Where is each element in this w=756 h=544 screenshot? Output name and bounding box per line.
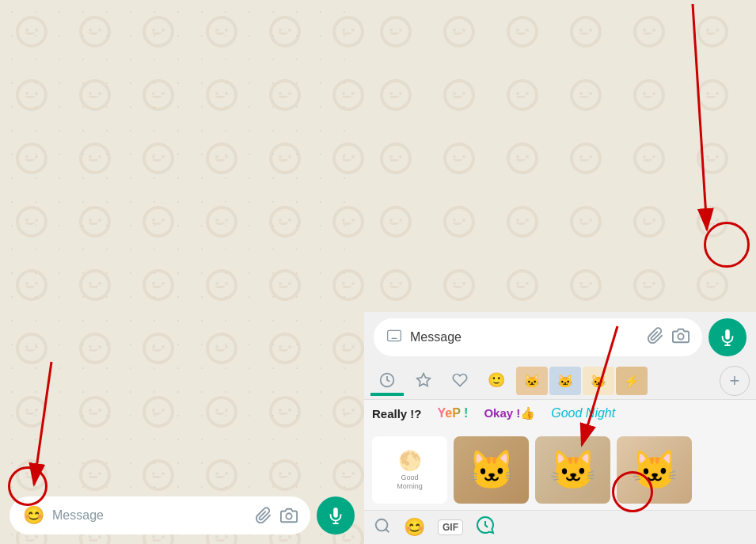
left-camera-button[interactable]: [280, 507, 298, 524]
left-message-input-container[interactable]: 😊 Message: [9, 496, 310, 534]
svg-point-10: [678, 333, 683, 339]
cat-sticker-2[interactable]: 🐱: [535, 436, 610, 504]
svg-point-2: [286, 513, 291, 519]
add-sticker-pack-button[interactable]: +: [720, 366, 750, 396]
emoji-bottom-button[interactable]: 😊: [404, 517, 425, 538]
sticker-tab-3[interactable]: 🐱: [583, 367, 614, 395]
text-stickers-row: Really !? YeP ! Okay !👍 Good Night: [364, 400, 756, 433]
good-morning-text: GoodMorning: [397, 474, 423, 491]
left-message-placeholder: Message: [52, 508, 247, 523]
left-chat-panel: 😊 Message: [0, 0, 364, 544]
sticker-tab-4[interactable]: ⚡: [616, 367, 648, 395]
circle-sticker-annotation: [612, 471, 653, 512]
svg-rect-9: [388, 330, 401, 340]
tab-starred[interactable]: [407, 366, 440, 396]
right-message-bar: Message: [364, 312, 756, 363]
cat-sticker-1[interactable]: 🐱: [454, 436, 529, 504]
sticker-search-button[interactable]: [374, 517, 391, 538]
right-chat-panel: Message: [364, 0, 756, 544]
sticker-active-button[interactable]: [476, 515, 495, 539]
emoji-button[interactable]: 😊: [22, 504, 44, 527]
left-attachment-button[interactable]: [255, 507, 272, 524]
svg-point-15: [376, 519, 388, 531]
sticker-panel: Message: [364, 312, 756, 544]
circle-emoji-annotation: [8, 466, 47, 506]
gif-button[interactable]: GIF: [438, 519, 463, 535]
right-message-placeholder: Message: [410, 330, 639, 344]
image-stickers-row: 🌕 GoodMorning 🐱 🐱 🐱: [364, 433, 756, 510]
left-bottom-bar: 😊 Message: [0, 496, 364, 534]
sticker-tab-2[interactable]: 🐱: [549, 367, 581, 395]
sun-icon: 🌕: [398, 450, 422, 472]
right-message-input-container[interactable]: Message: [374, 318, 702, 356]
right-mic-button[interactable]: [709, 318, 747, 356]
svg-marker-14: [417, 374, 431, 386]
svg-line-16: [386, 529, 389, 532]
good-night-sticker[interactable]: Good Night: [551, 406, 615, 420]
sticker-tabs: 🙂 🐱 🐱 🐱 ⚡ +: [364, 363, 756, 400]
good-morning-sticker[interactable]: 🌕 GoodMorning: [372, 436, 447, 504]
right-attachment-button[interactable]: [647, 327, 664, 348]
okay-sticker[interactable]: Okay !👍: [484, 406, 535, 420]
circle-mic-annotation: [704, 222, 750, 268]
sticker-bottom-bar: 😊 GIF: [364, 510, 756, 544]
sticker-tab-1[interactable]: 🐱: [516, 367, 548, 395]
tab-emoji[interactable]: 🙂: [480, 366, 513, 396]
yep-sticker[interactable]: YeP !: [438, 406, 469, 420]
keyboard-icon[interactable]: [386, 328, 402, 348]
sticker-image-tabs: 🐱 🐱 🐱 ⚡: [516, 367, 716, 395]
tab-recent[interactable]: [370, 366, 404, 396]
left-mic-button[interactable]: [317, 496, 355, 534]
tab-favorites[interactable]: [443, 366, 477, 396]
right-camera-button[interactable]: [672, 327, 690, 348]
chat-bg-pattern: [0, 0, 364, 544]
really-sticker[interactable]: Really !?: [372, 407, 422, 420]
